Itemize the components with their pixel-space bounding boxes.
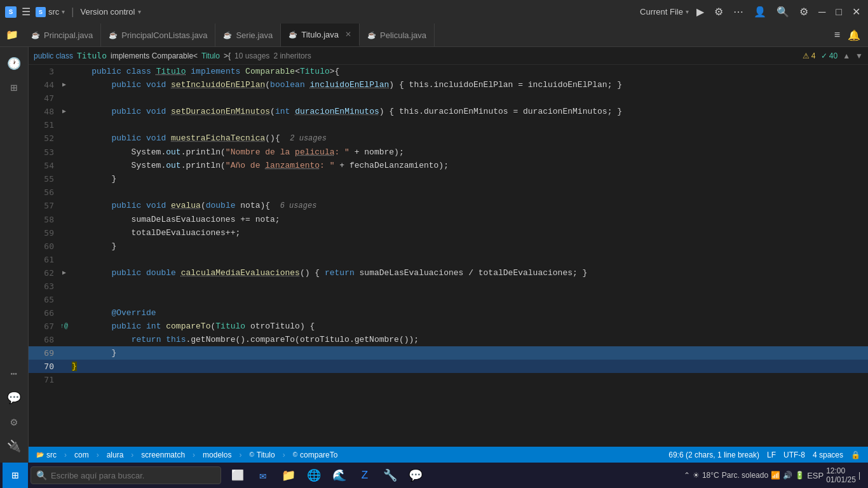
code-line-67: 67 ↑@ public int compareTo(Titulo otroTi…: [29, 320, 868, 333]
tab-titulo-close[interactable]: ✕: [345, 30, 351, 39]
sys-tray-show-desktop[interactable]: |: [858, 471, 860, 480]
warning-badge[interactable]: ⚠ 4: [803, 51, 816, 60]
sb-encoding[interactable]: UTF-8: [781, 451, 808, 459]
sys-tray-network[interactable]: 📶: [771, 471, 780, 480]
sb-com[interactable]: com: [72, 451, 92, 459]
windows-start-button[interactable]: ⊞: [3, 463, 28, 488]
up-arrow-icon[interactable]: ▲: [843, 51, 850, 60]
statusbar: 📂 src › com › alura › screenmatch › mode…: [29, 447, 868, 463]
tab-principal[interactable]: ☕ Principal.java: [24, 24, 101, 46]
taskbar-chrome[interactable]: 🌐: [302, 464, 325, 487]
activity-project[interactable]: ⊞: [3, 76, 25, 99]
more-button[interactable]: ⋯: [731, 4, 746, 19]
sys-tray-weather-icon: ☀: [693, 471, 700, 480]
taskbar-files[interactable]: 📁: [277, 464, 300, 487]
code-line-53: 53 System.out.println("Nombre de la peli…: [29, 146, 868, 159]
current-file-selector[interactable]: Current File ▾: [640, 7, 689, 17]
project-label[interactable]: S src ▾: [36, 7, 65, 17]
sb-screenmatch[interactable]: screenmatch: [139, 451, 187, 459]
activity-more[interactable]: ⋯: [3, 362, 25, 385]
line-code-68: return this.getNombre().compareTo(otroTi…: [69, 333, 868, 346]
taskbar-mail[interactable]: ✉: [252, 464, 275, 487]
taskbar-edge[interactable]: 🌊: [328, 464, 351, 487]
line-code-66: @Override: [69, 306, 868, 320]
run-button[interactable]: ▶: [694, 4, 707, 19]
line-gutter-44[interactable]: ▶: [59, 78, 69, 92]
line-gutter-47: [59, 92, 69, 105]
taskbar-line[interactable]: 💬: [404, 464, 427, 487]
down-arrow-icon[interactable]: ▼: [855, 51, 863, 60]
code-line-68: 68 return this.getNombre().compareTo(otr…: [29, 333, 868, 346]
taskbar-task-view[interactable]: ⬜: [226, 464, 249, 487]
version-control-label[interactable]: Version control ▾: [81, 7, 141, 17]
sb-sep-2: ›: [97, 451, 99, 459]
profile-button[interactable]: 👤: [751, 4, 769, 19]
line-gutter-48[interactable]: ▶: [59, 105, 69, 118]
sb-titulo-class[interactable]: © Titulo: [247, 451, 277, 459]
line-code-44: public void setIncluidoEnElPlan(boolean …: [69, 78, 868, 92]
line-code-56: [69, 186, 868, 199]
taskbar-search[interactable]: 🔍: [31, 466, 221, 484]
infobar: public class Titulo implements Comparabl…: [29, 47, 868, 65]
tab-titulo[interactable]: ☕ Titulo.java ✕: [281, 24, 360, 46]
sb-position[interactable]: 69:6 (2 chars, 1 line break): [666, 451, 762, 459]
minimize-button[interactable]: ─: [816, 5, 828, 19]
search-title-button[interactable]: 🔍: [774, 4, 792, 19]
settings-button[interactable]: ⚙: [797, 4, 811, 19]
menu-icon[interactable]: ☰: [22, 6, 31, 18]
taskbar-toolbox[interactable]: 🔧: [379, 464, 402, 487]
class-usages[interactable]: 10 usages: [234, 51, 269, 60]
sb-src-label: src: [46, 451, 57, 459]
line-code-52: public void muestraFichaTecnica(){ 2 usa…: [69, 132, 868, 146]
sys-tray-time[interactable]: 12:0001/01/25: [826, 466, 856, 484]
folder-icon[interactable]: 📁: [0, 24, 24, 46]
sys-tray-battery[interactable]: 🔋: [795, 471, 804, 480]
line-gutter-70: [59, 360, 69, 373]
tab-principalconlistas[interactable]: ☕ PrincipalConListas.java: [101, 24, 215, 46]
sys-tray-volume[interactable]: 🔊: [783, 471, 792, 480]
line-gutter-65: [59, 293, 69, 306]
activity-vcs[interactable]: ⚙: [3, 410, 25, 433]
close-window-button[interactable]: ✕: [850, 4, 863, 19]
taskbar-zoom[interactable]: Z: [353, 464, 376, 487]
line-gutter-51: [59, 118, 69, 132]
class-inheritors[interactable]: 2 inheritors: [273, 51, 311, 60]
notifications-button[interactable]: 🔔: [845, 28, 863, 43]
sb-indent[interactable]: 4 spaces: [810, 451, 846, 459]
sb-src-icon: 📂: [36, 451, 44, 458]
line-gutter-59: [59, 226, 69, 240]
sb-alura[interactable]: alura: [104, 451, 126, 459]
line-num-54: 54: [29, 159, 59, 172]
code-editor[interactable]: 3 public class Titulo implements Compara…: [29, 65, 868, 447]
tab-list-button[interactable]: ≡: [832, 28, 843, 42]
line-gutter-62[interactable]: ▶: [59, 266, 69, 280]
code-line-55: 55 }: [29, 172, 868, 186]
sys-tray-expand[interactable]: ⌃: [684, 471, 690, 480]
sb-lf[interactable]: LF: [764, 451, 778, 459]
activity-notifications[interactable]: 💬: [3, 386, 25, 409]
tab-serie[interactable]: ☕ Serie.java: [215, 24, 281, 46]
line-gutter-66: [59, 306, 69, 320]
sb-lock[interactable]: 🔒: [848, 451, 863, 459]
sb-compareto[interactable]: © compareTo: [290, 451, 341, 459]
line-num-63: 63: [29, 280, 59, 293]
sb-lf-label: LF: [767, 451, 776, 459]
sb-src[interactable]: 📂 src: [34, 451, 59, 459]
vc-chevron: ▾: [138, 8, 141, 15]
taskbar-search-input[interactable]: [51, 471, 215, 480]
maximize-button[interactable]: □: [833, 5, 844, 19]
line-num-56: 56: [29, 186, 59, 199]
line-num-47: 47: [29, 92, 59, 105]
sb-lock-icon: 🔒: [851, 451, 860, 459]
activity-plugins[interactable]: 🔌: [3, 435, 25, 458]
debug-button[interactable]: ⚙: [712, 4, 726, 19]
activity-recent[interactable]: 🕐: [3, 52, 25, 75]
sb-screenmatch-label: screenmatch: [141, 451, 185, 459]
title-actions: ▶ ⚙ ⋯ 👤 🔍 ⚙ ─ □ ✕: [694, 4, 863, 19]
check-badge[interactable]: ✓ 40: [821, 51, 838, 60]
tab-pelicula[interactable]: ☕ Pelicula.java: [360, 24, 435, 46]
implements-close: >{: [224, 51, 231, 60]
sb-modelos[interactable]: modelos: [200, 451, 234, 459]
tab-titulo-icon: ☕: [288, 30, 297, 39]
sys-tray-ime[interactable]: ESP: [807, 471, 824, 480]
